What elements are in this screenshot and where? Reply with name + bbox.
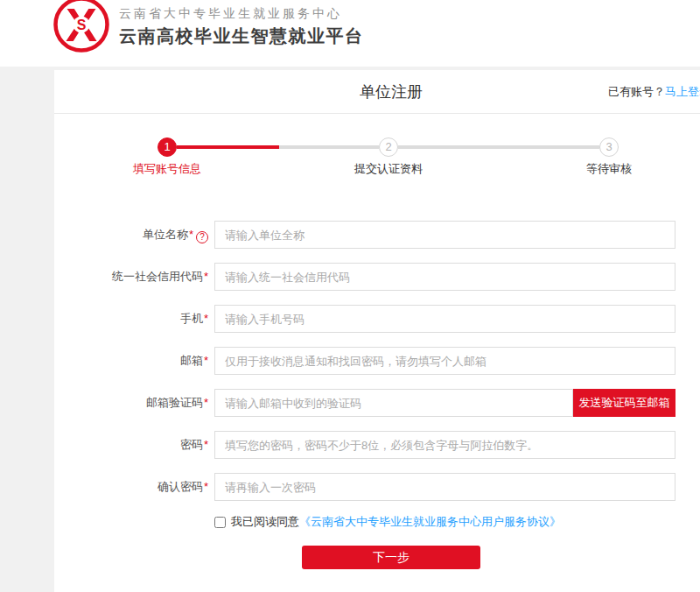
mobile-input[interactable] (214, 305, 676, 333)
field-label-text: 邮箱验证码 (146, 396, 203, 409)
logo-s-glyph: S (77, 18, 87, 32)
required-asterisk: * (189, 228, 193, 241)
form-row-confirm-password: 确认密码* (54, 473, 700, 501)
step-connector-2-3 (398, 145, 599, 149)
field-label-text: 统一社会信用代码 (112, 270, 203, 283)
login-link[interactable]: 马上登录 (665, 85, 700, 98)
password-input[interactable] (214, 431, 676, 459)
required-asterisk: * (204, 438, 208, 451)
form-row-password: 密码* (54, 431, 700, 459)
field-label-text: 单位名称 (143, 228, 188, 241)
email-code-label: 邮箱验证码* (54, 389, 208, 417)
login-prompt-text: 已有账号？ (608, 85, 665, 98)
logo-emblem-icon: X S (52, 0, 111, 53)
step-3-circle: 3 (599, 137, 619, 157)
field-label-text: 确认密码 (158, 480, 203, 493)
form-row-email-code: 邮箱验证码*发送验证码至邮箱 (54, 389, 700, 417)
login-prompt: 已有账号？马上登录 (608, 70, 700, 114)
field-label-text: 密码 (180, 438, 203, 451)
mobile-input-wrap (214, 305, 676, 333)
step-1-circle: 1 (158, 137, 177, 157)
form-row-company-name: 单位名称*? (54, 221, 700, 249)
site-logo[interactable]: X S (52, 0, 111, 53)
step-2-circle: 2 (379, 137, 398, 157)
step-connector-1-2 (177, 145, 379, 149)
email-label: 邮箱* (54, 347, 208, 375)
panel-header: 单位注册 已有账号？马上登录 (54, 70, 700, 114)
form-row-email: 邮箱* (54, 347, 700, 375)
credit-code-input[interactable] (214, 263, 676, 291)
confirm-password-input[interactable] (214, 473, 676, 501)
agreement-link[interactable]: 《云南省大中专毕业生就业服务中心用户服务协议》 (299, 514, 561, 530)
email-input-wrap (214, 347, 676, 375)
org-name: 云南省大中专毕业生就业服务中心 (119, 4, 364, 22)
page-title: 单位注册 (54, 70, 700, 114)
credit-code-input-wrap (214, 263, 676, 291)
agreement-label: 我已阅读同意 (231, 514, 299, 530)
agreement-checkbox[interactable] (214, 517, 226, 528)
field-label-text: 邮箱 (180, 354, 203, 367)
platform-name: 云南高校毕业生智慧就业平台 (119, 25, 364, 47)
email-code-input[interactable] (214, 389, 573, 417)
required-asterisk: * (204, 312, 208, 325)
registration-form: 单位名称*?统一社会信用代码*手机*邮箱*邮箱验证码*发送验证码至邮箱密码*确认… (54, 221, 700, 501)
password-input-wrap (214, 431, 676, 459)
company-name-input-wrap (214, 221, 676, 249)
next-step-button[interactable]: 下一步 (302, 546, 480, 569)
required-asterisk: * (204, 354, 208, 367)
mobile-label: 手机* (54, 305, 208, 333)
required-asterisk: * (204, 396, 208, 409)
credit-code-label: 统一社会信用代码* (54, 263, 208, 291)
step-3-label: 等待审核 (586, 161, 632, 177)
step-indicator: 1 2 3 填写账号信息 提交认证资料 等待审核 (54, 114, 700, 215)
help-question-icon[interactable]: ? (196, 231, 208, 243)
register-panel: 单位注册 已有账号？马上登录 1 2 3 填写账号信息 提交认证资料 等待审核 … (54, 70, 700, 592)
field-label-text: 手机 (180, 312, 203, 325)
confirm-password-label: 确认密码* (54, 473, 208, 501)
required-asterisk: * (204, 480, 208, 493)
agreement-row: 我已阅读同意 《云南省大中专毕业生就业服务中心用户服务协议》 (214, 515, 700, 529)
company-name-input[interactable] (214, 221, 676, 249)
email-code-input-wrap: 发送验证码至邮箱 (214, 389, 676, 417)
step-connector-progress (177, 145, 279, 149)
form-row-credit-code: 统一社会信用代码* (54, 263, 700, 291)
required-asterisk: * (204, 270, 208, 283)
form-row-mobile: 手机* (54, 305, 700, 333)
company-name-label: 单位名称*? (54, 221, 208, 249)
step-1-label: 填写账号信息 (133, 161, 201, 177)
email-input[interactable] (214, 347, 676, 375)
confirm-password-input-wrap (214, 473, 676, 501)
top-header: X S 云南省大中专毕业生就业服务中心 云南高校毕业生智慧就业平台 (0, 0, 700, 67)
send-code-button[interactable]: 发送验证码至邮箱 (573, 389, 676, 417)
brand-text: 云南省大中专毕业生就业服务中心 云南高校毕业生智慧就业平台 (119, 4, 364, 47)
step-2-label: 提交认证资料 (354, 161, 423, 177)
password-label: 密码* (54, 431, 208, 459)
